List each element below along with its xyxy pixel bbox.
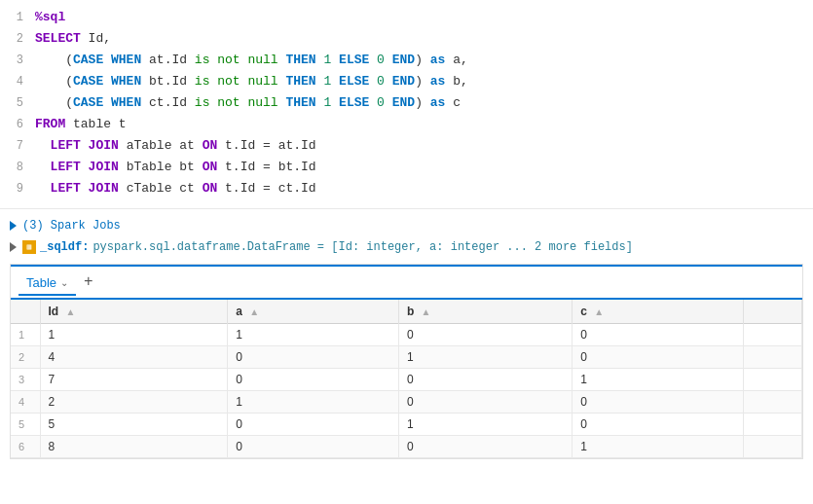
dataframe-name: _sqldf: [40,240,89,254]
table-section: Table ⌄ + Id ▲ a ▲ b ▲ c ▲ 1110024010370… [10,264,803,459]
line-content: LEFT JOIN bTable bt ON t.Id = bt.Id [35,158,813,178]
line-content: %sql [35,8,813,28]
table-col-header-Id[interactable]: Id ▲ [40,300,228,324]
table-row-number: 4 [11,391,40,414]
code-line-9: 9 LEFT JOIN cTable ct ON t.Id = ct.Id [0,179,813,200]
table-header-row: Id ▲ a ▲ b ▲ c ▲ [11,300,802,324]
code-line-5: 5 (CASE WHEN ct.Id is not null THEN 1 EL… [0,93,813,115]
code-line-4: 4 (CASE WHEN bt.Id is not null THEN 1 EL… [0,72,813,93]
code-line-7: 7 LEFT JOIN aTable at ON t.Id = at.Id [0,136,813,158]
table-cell-Id: 8 [40,436,228,458]
spark-jobs-label: (3) Spark Jobs [22,219,121,233]
table-tab[interactable]: Table ⌄ [18,271,76,296]
table-cell-a: 1 [228,324,399,346]
line-number: 8 [0,159,35,177]
table-cell-c: 1 [573,436,744,458]
table-cell-Id: 7 [40,369,228,391]
line-content: LEFT JOIN cTable ct ON t.Id = ct.Id [35,179,813,199]
table-cell-extra [744,369,802,391]
table-cell-extra [744,391,802,414]
table-cell-b: 1 [398,346,572,369]
table-cell-extra [744,436,802,458]
table-row: 24010 [11,346,802,369]
line-number: 5 [0,94,35,113]
table-row-number: 2 [11,346,40,369]
spark-jobs-row[interactable]: (3) Spark Jobs [0,215,813,236]
table-row-number: 1 [11,324,40,346]
table-cell-Id: 1 [40,324,228,346]
table-cell-extra [744,324,802,346]
output-section: (3) Spark Jobs ▦ _sqldf: pyspark.sql.dat… [0,209,813,471]
code-line-6: 6FROM table t [0,115,813,136]
code-line-8: 8 LEFT JOIN bTable bt ON t.Id = bt.Id [0,158,813,179]
table-cell-b: 0 [398,391,572,414]
table-row-number: 5 [11,414,40,436]
table-row-number: 3 [11,369,40,391]
table-tab-chevron-icon: ⌄ [60,277,68,288]
table-row: 55010 [11,414,802,436]
line-content: (CASE WHEN ct.Id is not null THEN 1 ELSE… [35,93,813,114]
table-cell-c: 1 [573,369,744,391]
code-line-3: 3 (CASE WHEN at.Id is not null THEN 1 EL… [0,51,813,72]
table-tab-label: Table [26,275,56,290]
table-row: 42100 [11,391,802,414]
table-cell-Id: 4 [40,346,228,369]
table-row-number: 6 [11,436,40,458]
table-col-header-extra [744,300,802,324]
table-cell-b: 0 [398,369,572,391]
table-cell-Id: 5 [40,414,228,436]
table-col-header-c[interactable]: c ▲ [573,300,744,324]
table-cell-c: 0 [573,324,744,346]
line-number: 2 [0,30,35,49]
table-cell-a: 0 [228,436,399,458]
table-cell-a: 0 [228,369,399,391]
table-cell-c: 0 [573,414,744,436]
table-cell-b: 0 [398,436,572,458]
line-number: 1 [0,9,35,27]
code-line-1: 1%sql [0,8,813,29]
line-content: SELECT Id, [35,29,813,50]
code-editor: 1%sql2SELECT Id,3 (CASE WHEN at.Id is no… [0,0,813,209]
line-number: 7 [0,137,35,156]
table-cell-c: 0 [573,346,744,369]
table-cell-a: 0 [228,346,399,369]
line-number: 3 [0,52,35,70]
table-cell-Id: 2 [40,391,228,414]
table-cell-extra [744,414,802,436]
table-row: 37001 [11,369,802,391]
table-cell-b: 0 [398,324,572,346]
table-cell-c: 0 [573,391,744,414]
dataframe-type: pyspark.sql.dataframe.DataFrame = [Id: i… [92,240,633,254]
table-cell-a: 0 [228,414,399,436]
table-row: 68001 [11,436,802,458]
dataframe-row[interactable]: ▦ _sqldf: pyspark.sql.dataframe.DataFram… [0,236,813,258]
table-col-header-b[interactable]: b ▲ [398,300,572,324]
line-number: 6 [0,116,35,134]
table-col-header-a[interactable]: a ▲ [228,300,399,324]
line-content: (CASE WHEN at.Id is not null THEN 1 ELSE… [35,51,813,71]
dataframe-icon: ▦ [22,240,36,254]
spark-jobs-expand-icon [10,221,17,231]
line-content: (CASE WHEN bt.Id is not null THEN 1 ELSE… [35,72,813,92]
line-content: FROM table t [35,115,813,135]
line-content: LEFT JOIN aTable at ON t.Id = at.Id [35,136,813,157]
table-cell-b: 1 [398,414,572,436]
code-line-2: 2SELECT Id, [0,29,813,51]
table-tab-bar: Table ⌄ + [11,265,802,300]
line-number: 9 [0,180,35,198]
line-number: 4 [0,73,35,91]
table-cell-a: 1 [228,391,399,414]
add-table-tab-button[interactable]: + [76,270,101,294]
dataframe-expand-icon [10,242,17,252]
table-row: 11100 [11,324,802,346]
table-cell-extra [744,346,802,369]
data-table: Id ▲ a ▲ b ▲ c ▲ 11100240103700142100550… [11,300,802,458]
table-row-num-header [11,300,40,324]
